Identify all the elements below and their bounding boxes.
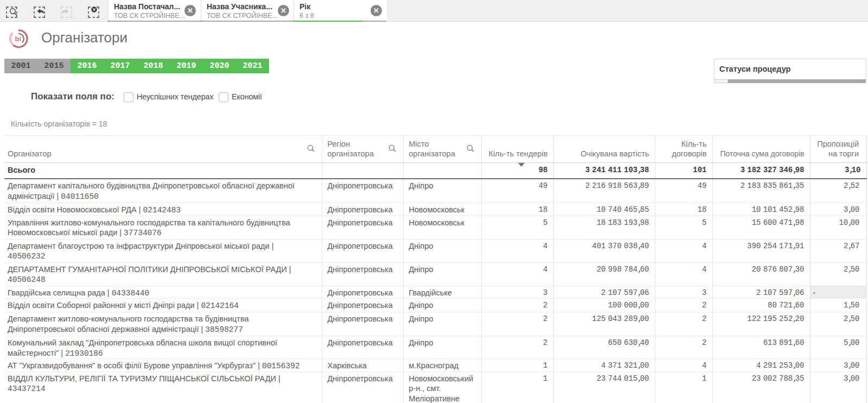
svg-text:b: b bbox=[15, 35, 20, 43]
svg-text:і: і bbox=[20, 35, 22, 43]
